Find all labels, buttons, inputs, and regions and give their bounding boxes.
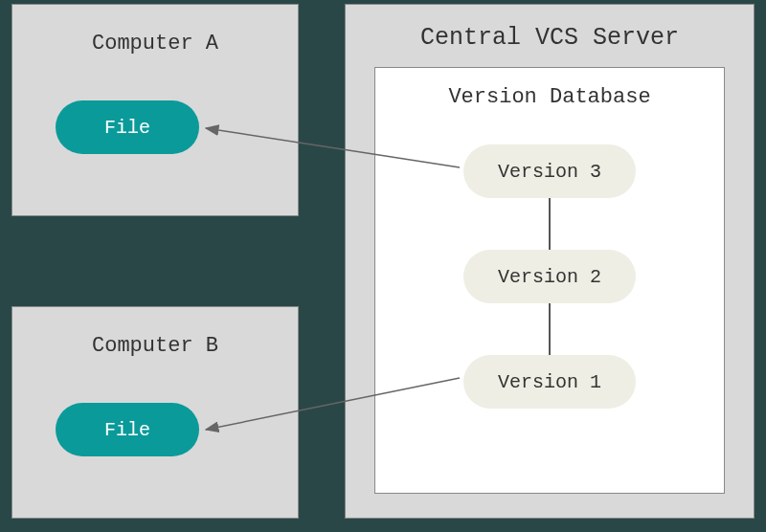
- version-2-pill: Version 2: [463, 250, 636, 303]
- version-2-label: Version 2: [498, 266, 601, 288]
- file-label-a: File: [104, 117, 150, 139]
- computer-a-panel: Computer A File: [11, 4, 299, 216]
- connector-2-1: [549, 303, 551, 355]
- computer-a-title: Computer A: [12, 5, 298, 55]
- version-database-box: Version Database Version 3 Version 2 Ver…: [374, 67, 725, 494]
- connector-3-2: [549, 198, 551, 250]
- version-3-pill: Version 3: [463, 144, 636, 198]
- computer-a-file: File: [56, 100, 199, 154]
- file-label-b: File: [104, 419, 150, 441]
- server-title: Central VCS Server: [346, 5, 754, 52]
- computer-b-title: Computer B: [12, 307, 298, 358]
- computer-b-panel: Computer B File: [11, 306, 299, 519]
- version-1-pill: Version 1: [463, 355, 636, 409]
- version-3-label: Version 3: [498, 161, 601, 183]
- computer-b-file: File: [56, 403, 199, 456]
- version-1-label: Version 1: [498, 371, 601, 393]
- version-database-title: Version Database: [375, 68, 724, 109]
- server-panel: Central VCS Server Version Database Vers…: [345, 4, 755, 519]
